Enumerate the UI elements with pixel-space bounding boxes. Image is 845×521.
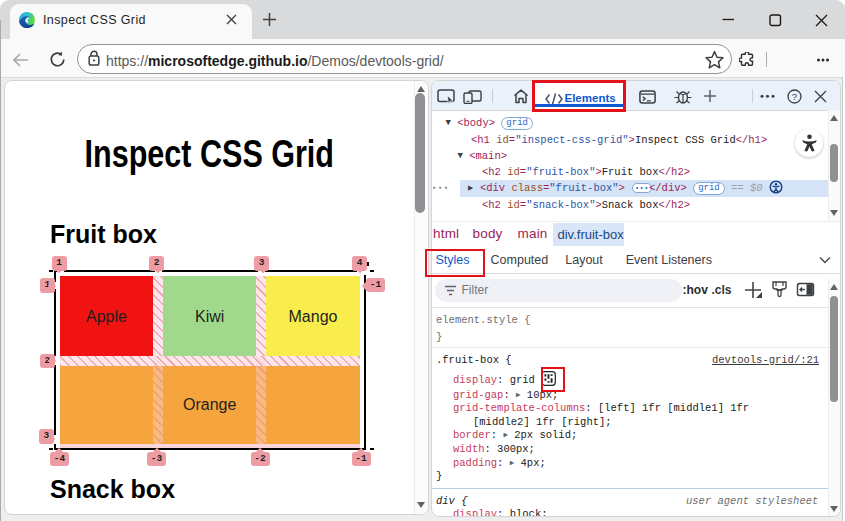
svg-text:?: ?: [791, 91, 796, 102]
